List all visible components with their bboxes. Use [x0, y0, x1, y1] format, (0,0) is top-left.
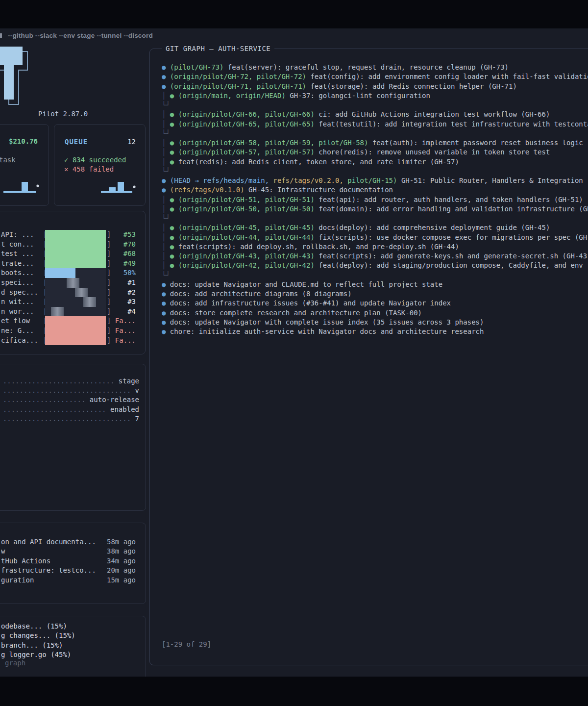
commit-refs: (origin/pilot/GH-44, pilot/GH-44) — [178, 233, 315, 241]
git-commit-row[interactable]: ● (origin/pilot/GH-71, pilot/GH-71) feat… — [162, 82, 588, 91]
bottom-chrome-bar — [0, 677, 588, 706]
task-label: d spec... — [1, 288, 42, 298]
commit-head-ref: (HEAD → refs/heads/main, — [170, 176, 269, 184]
commit-dot-icon: ● — [170, 261, 178, 269]
task-row[interactable]: cifica...[]Fa... — [0, 336, 146, 346]
task-label: boots... — [1, 268, 42, 278]
git-commit-row[interactable]: ● docs: update Navigator with complete i… — [162, 318, 588, 327]
git-commit-row[interactable]: │ ● (origin/pilot/GH-50, pilot/GH-50) fe… — [162, 204, 588, 214]
branch-lane: │ — [162, 148, 170, 156]
task-progress-bar — [45, 297, 106, 307]
git-graph-title: GIT GRAPH — AUTH-SERVICE — [162, 45, 274, 52]
tab-graph[interactable]: graph — [5, 659, 25, 667]
git-commit-row[interactable]: │ ● (origin/pilot/GH-58, pilot/GH-59, pi… — [162, 138, 588, 148]
task-row[interactable]: boots...[]50% — [0, 268, 146, 278]
setting-leader-dots: ........................... — [3, 377, 119, 385]
commit-refs: (origin/pilot/GH-57, pilot/GH-57) — [178, 148, 315, 156]
task-row[interactable]: et flow[]Fa... — [0, 316, 146, 326]
task-status: Fa... — [112, 326, 136, 336]
task-row[interactable]: API: ...[]#53 — [0, 230, 146, 240]
setting-row: .................... auto-release — [0, 395, 139, 404]
git-commit-row[interactable]: │ ● (origin/pilot/GH-65, pilot/GH-65) fe… — [162, 120, 588, 129]
task-label: n wor... — [1, 307, 42, 317]
bar-bracket-right: ] — [107, 240, 111, 250]
branch-lane: │ — [162, 252, 170, 260]
task-row[interactable]: d spec...[]#2 — [0, 288, 146, 298]
git-commit-row[interactable]: ● chore: initialize auth-service with Na… — [162, 327, 588, 336]
bar-bracket-right: ] — [107, 288, 111, 298]
branch-lane: │ — [162, 120, 170, 128]
git-commit-row[interactable]: ● docs: update Navigator and CLAUDE.md t… — [162, 280, 588, 289]
task-status: #2 — [112, 288, 136, 298]
setting-value: enabled — [110, 405, 139, 413]
setting-leader-dots: .................... — [3, 396, 90, 403]
task-row[interactable]: speci...[]#1 — [0, 278, 146, 288]
commit-message: GH-51: Public Router, Handlers & Integra… — [397, 176, 583, 184]
recent-commit-row[interactable]: tHub Actions34m ago — [0, 556, 146, 566]
recent-commit-message: guration — [1, 576, 97, 585]
connector-glyph: └┘ — [162, 101, 170, 109]
task-progress-bar — [45, 268, 106, 278]
recent-commit-time: 58m ago — [98, 537, 136, 547]
task-label: ne: G... — [1, 326, 42, 336]
task-progress-bar — [45, 336, 106, 346]
task-row[interactable]: test ...[]#68 — [0, 249, 146, 259]
task-row[interactable]: ne: G...[]Fa... — [0, 326, 146, 336]
recent-commit-time: 38m ago — [98, 547, 136, 556]
git-commit-row[interactable]: │ ● (origin/pilot/GH-57, pilot/GH-57) ch… — [162, 148, 588, 157]
git-commit-row[interactable]: │ ● (origin/pilot/GH-43, pilot/GH-43) fe… — [162, 252, 588, 261]
task-progress-bar — [45, 278, 106, 288]
git-commit-row[interactable]: │ ● (origin/pilot/GH-51, pilot/GH-51) fe… — [162, 195, 588, 204]
commit-message: feat(domain): add error handling and val… — [315, 205, 588, 213]
branch-lane: │ — [162, 243, 170, 251]
git-commit-row[interactable]: │ ● (origin/pilot/GH-42, pilot/GH-42) fe… — [162, 261, 588, 270]
connector-glyph: └┘ — [162, 271, 170, 279]
commit-dot-icon: ● — [162, 176, 170, 184]
commit-dot-icon: ● — [162, 299, 170, 307]
task-row[interactable]: n wor...[]#4 — [0, 307, 146, 317]
git-commit-row[interactable]: ● (refs/tags/v0.1.0) GH-45: Infrastructu… — [162, 185, 588, 195]
git-commit-row[interactable]: │ ● (origin/pilot/GH-45, pilot/GH-45) do… — [162, 223, 588, 232]
commit-dot-icon: ● — [170, 243, 178, 251]
clipped-flag-fragment — [0, 33, 2, 38]
task-status: #70 — [112, 240, 136, 250]
bar-bracket-right: ] — [107, 230, 111, 240]
branch-lane: │ — [162, 261, 170, 269]
commit-dot-icon: ● — [170, 224, 178, 231]
bar-bracket-right: ] — [107, 316, 111, 326]
task-row[interactable]: n wit...[]#3 — [0, 297, 146, 307]
git-commit-row[interactable]: ● (pilot/GH-73) feat(server): graceful s… — [162, 63, 588, 72]
commit-message: ci: add GitHub Actions integration test … — [315, 110, 550, 118]
git-commit-row[interactable]: │ ● feat(redis): add Redis client, token… — [162, 157, 588, 167]
setting-value: auto-release — [90, 396, 139, 403]
setting-row: ............................... 7 — [0, 414, 139, 424]
git-commit-row[interactable]: ● (origin/pilot/GH-72, pilot/GH-72) feat… — [162, 72, 588, 81]
git-commit-row[interactable]: │ ● (origin/pilot/GH-44, pilot/GH-44) fi… — [162, 233, 588, 242]
bar-bracket-right: ] — [107, 268, 111, 278]
task-row[interactable]: trate...[]#49 — [0, 259, 146, 269]
git-commit-row[interactable]: ● (HEAD → refs/heads/main, refs/tags/v0.… — [162, 176, 588, 185]
git-commit-row[interactable]: ● docs: add architecture diagrams (8 dia… — [162, 289, 588, 299]
branch-lane: │ — [162, 196, 170, 203]
commit-dot-icon: ● — [170, 92, 178, 100]
scan-segment — [75, 288, 88, 298]
task-progress-bar — [45, 240, 106, 250]
recent-commit-row[interactable]: frastructure: testco...20m ago — [0, 566, 146, 575]
commit-dot-icon: ● — [162, 280, 170, 288]
recent-commit-message: frastructure: testco... — [1, 566, 97, 575]
task-row[interactable]: t con...[]#70 — [0, 240, 146, 250]
recent-commit-row[interactable]: on and API documenta...58m ago — [0, 537, 146, 547]
logo-solid-T — [0, 47, 23, 100]
commit-message: feat(storage): add Redis connection help… — [306, 82, 517, 90]
git-commit-row[interactable]: ● docs: add infrastructure issues (#36-#… — [162, 299, 588, 308]
commit-refs: (origin/pilot/GH-72, pilot/GH-72) — [170, 73, 306, 80]
cost-sparkline — [2, 178, 43, 195]
git-commit-row[interactable]: │ ● (origin/main, origin/HEAD) GH-37: go… — [162, 91, 588, 101]
task-status: #53 — [112, 230, 136, 240]
connector-glyph: └┘ — [162, 129, 170, 137]
recent-commit-row[interactable]: guration15m ago — [0, 576, 146, 585]
git-commit-row[interactable]: ● docs: store complete research and arch… — [162, 308, 588, 318]
git-commit-row[interactable]: │ ● feat(scripts): add deploy.sh, rollba… — [162, 242, 588, 252]
recent-commit-row[interactable]: w38m ago — [0, 547, 146, 556]
git-commit-row[interactable]: │ ● (origin/pilot/GH-66, pilot/GH-66) ci… — [162, 110, 588, 119]
